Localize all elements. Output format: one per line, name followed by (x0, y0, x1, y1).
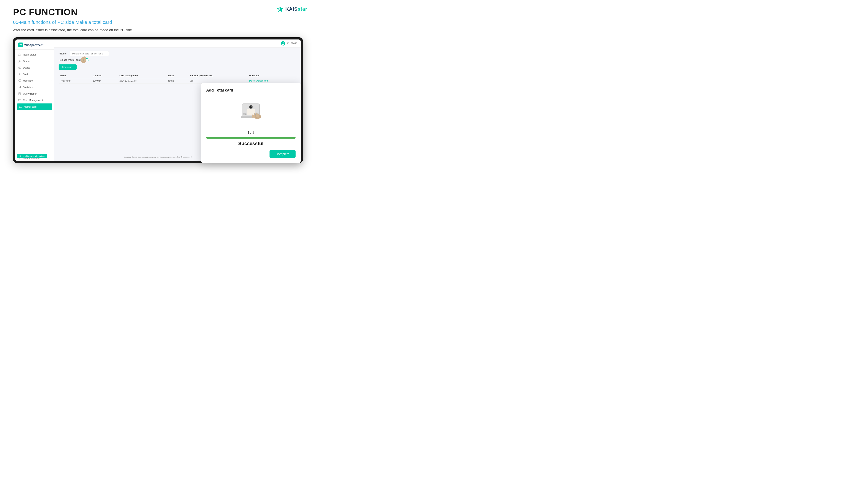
logo-area: K KAISstar (276, 5, 307, 13)
sidebar-logo: W WisApartment (15, 39, 54, 50)
page-description: After the card issuer is associated, the… (13, 28, 303, 32)
sidebar-item-card-management[interactable]: Card Management › (15, 97, 54, 103)
modal-title: Add Total card (206, 88, 296, 93)
replace-label: Replace master card (59, 59, 81, 61)
delete-link[interactable]: Delete without card (249, 79, 268, 82)
svg-point-18 (283, 42, 284, 43)
svg-rect-21 (84, 56, 85, 61)
svg-rect-23 (81, 58, 82, 61)
modal-status: Successful (206, 141, 296, 147)
hand-cursor-icon (79, 54, 88, 64)
sidebar-item-query-report[interactable]: Query Report (15, 91, 54, 97)
cell-issue-time: 2024-11-01 21:08 (118, 78, 166, 84)
page-header: PC FUNCTION 05-Main functions of PC side… (0, 0, 316, 32)
cell-replace: yes (188, 78, 248, 84)
card-management-icon (18, 99, 21, 102)
svg-rect-34 (256, 112, 257, 117)
modal-footer: Complete (206, 150, 296, 158)
name-label: * Name (59, 52, 67, 55)
svg-text:K: K (278, 8, 280, 10)
issue-card-button[interactable]: Issue card (59, 64, 76, 70)
sidebar-item-statistics[interactable]: Statistics (15, 84, 54, 91)
nav-label-master-card: Master card (24, 105, 36, 108)
kaisstar-logo-icon: K (276, 5, 284, 13)
svg-rect-8 (21, 86, 21, 88)
sidebar-item-message[interactable]: Message › (15, 77, 54, 84)
nav-label-room-status: Room status (23, 53, 36, 56)
nav-label-message: Message (23, 79, 33, 82)
svg-marker-0 (277, 6, 283, 12)
svg-rect-35 (257, 113, 259, 118)
copyright-text: Copyright © 2018 Guangzhou Huaxiangjia I… (124, 156, 192, 158)
svg-rect-22 (85, 57, 86, 61)
user-icon (18, 60, 21, 63)
nav-label-staff: Staff (23, 73, 28, 75)
nav-label-query-report: Query Report (23, 92, 37, 95)
subtitle-highlight: Make a total card (75, 20, 112, 25)
nav-label-card-management: Card Management (23, 99, 43, 101)
card-table: Name Card No Card issuing time Status Re… (59, 73, 297, 84)
cell-operation[interactable]: Delete without card (247, 78, 297, 84)
sidebar-app-name: WisApartment (24, 43, 43, 46)
sidebar-item-master-card[interactable]: Master card (17, 103, 52, 110)
sidebar-item-room-status[interactable]: Room status (15, 52, 54, 58)
svg-rect-3 (19, 67, 21, 69)
name-form-row: * Name (59, 51, 297, 56)
topbar: 11167698 (54, 39, 301, 47)
device-frame: W WisApartment Room status Tenant (13, 37, 303, 163)
cell-name: Total card 4 (59, 78, 91, 84)
name-input[interactable] (70, 51, 109, 56)
nav-label-statistics: Statistics (23, 86, 33, 89)
staff-icon (18, 73, 21, 76)
col-name: Name (59, 73, 91, 78)
svg-rect-15 (19, 106, 22, 107)
device-icon (18, 66, 21, 69)
message-expand-arrow: › (51, 79, 52, 82)
message-icon (18, 79, 21, 82)
col-replace: Replace previous card (188, 73, 248, 78)
user-id: 11167698 (287, 42, 297, 45)
topbar-user: 11167698 (281, 41, 297, 45)
sidebar-item-staff[interactable]: Staff › (15, 71, 54, 77)
svg-point-2 (19, 60, 21, 61)
staff-expand-arrow: › (51, 73, 52, 75)
nav-label-device: Device (23, 66, 30, 69)
device-expand-arrow: › (51, 67, 52, 69)
svg-rect-6 (19, 88, 19, 88)
svg-rect-20 (82, 57, 83, 61)
svg-rect-7 (20, 87, 20, 88)
progress-bar-fill (206, 137, 296, 139)
complete-button[interactable]: Complete (270, 150, 296, 158)
modal-progress-text: 1 / 1 (206, 131, 296, 135)
subtitle-static: 05-Main functions of PC side (13, 20, 75, 25)
table-row: Total card 4 6299784 2024-11-01 21:08 no… (59, 78, 297, 84)
home-icon (18, 53, 21, 56)
page-title: PC FUNCTION (13, 7, 303, 18)
sidebar-nav: Room status Tenant Device › (15, 50, 54, 155)
page-subtitle: 05-Main functions of PC side Make a tota… (13, 20, 303, 25)
cell-card-no: 6299784 (91, 78, 118, 84)
svg-rect-33 (254, 113, 255, 118)
svg-point-5 (19, 73, 20, 74)
cell-status: normal (166, 78, 188, 84)
master-card-icon (19, 105, 22, 108)
logo-text: KAISstar (285, 6, 307, 12)
col-card-no: Card No (91, 73, 118, 78)
svg-rect-13 (19, 99, 21, 101)
svg-point-27 (251, 106, 252, 107)
sidebar-logo-icon: W (18, 42, 23, 47)
card-mgmt-expand-arrow: › (51, 99, 52, 101)
sidebar-item-tenant[interactable]: Tenant (15, 58, 54, 64)
col-operation: Operation (247, 73, 297, 78)
sidebar-item-device[interactable]: Device › (15, 64, 54, 71)
col-issue-time: Card issuing time (118, 73, 166, 78)
svg-rect-36 (252, 115, 254, 118)
sidebar: W WisApartment Room status Tenant (15, 39, 54, 161)
replace-toggle-row: Replace master card (59, 58, 297, 61)
progress-bar (206, 137, 296, 139)
col-status: Status (166, 73, 188, 78)
statistics-icon (18, 86, 21, 89)
nav-label-tenant: Tenant (23, 60, 30, 62)
user-avatar (281, 41, 285, 45)
modal-image-area (206, 96, 296, 131)
